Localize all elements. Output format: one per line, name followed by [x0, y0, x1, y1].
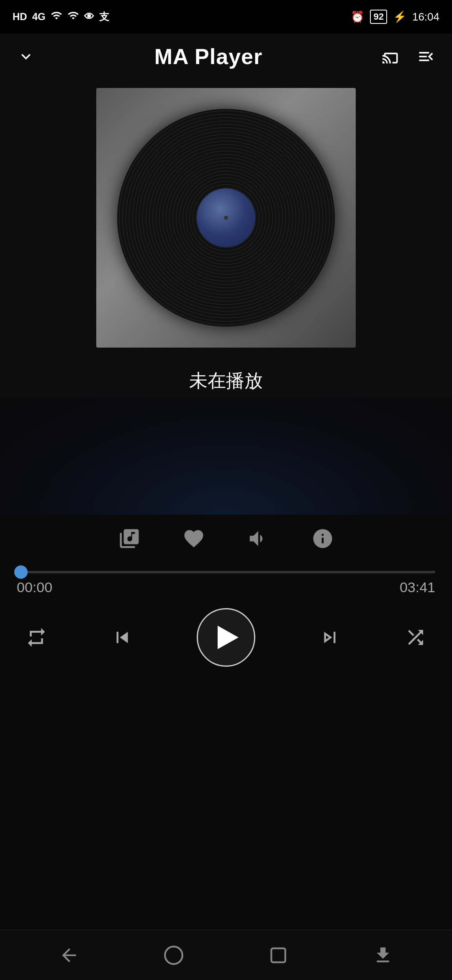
svg-point-0: [165, 946, 182, 964]
progress-thumb[interactable]: [14, 565, 28, 579]
vinyl-hole: [224, 216, 228, 220]
info-button[interactable]: [311, 527, 334, 550]
progress-bar[interactable]: [17, 571, 435, 573]
hd-label: HD: [13, 11, 27, 23]
control-icons-row: [0, 515, 452, 562]
navigation-bar: [0, 930, 452, 980]
cast-button[interactable]: [382, 47, 400, 66]
status-left-icons: HD 4G 👁 支: [13, 10, 109, 24]
nav-home-button[interactable]: [163, 945, 184, 966]
back-button[interactable]: [17, 47, 35, 66]
signal-icon: [51, 10, 62, 24]
album-art: [96, 88, 356, 348]
nav-back-button[interactable]: [59, 945, 80, 966]
album-art-container: [0, 80, 452, 356]
alarm-icon: ⏰: [351, 10, 364, 23]
repeat-button[interactable]: [25, 626, 48, 649]
prev-button[interactable]: [111, 626, 134, 649]
next-button[interactable]: [318, 626, 341, 649]
status-bar: HD 4G 👁 支 ⏰ 92 ⚡ 16:04: [0, 0, 452, 34]
network-label: 4G: [32, 11, 46, 23]
nav-recent-button[interactable]: [268, 945, 289, 966]
glow-area: [0, 397, 452, 515]
status-right-icons: ⏰ 92 ⚡ 16:04: [351, 10, 439, 24]
shuffle-button[interactable]: [404, 626, 427, 649]
svg-rect-1: [271, 948, 285, 962]
time-total: 03:41: [400, 579, 435, 596]
app-title: MA Player: [154, 44, 263, 69]
toolbar: MA Player: [0, 34, 452, 80]
progress-container: 00:00 03:41: [0, 562, 452, 596]
song-info: 未在播放: [0, 356, 452, 397]
time-labels: 00:00 03:41: [17, 573, 435, 596]
eye-icon: 👁: [84, 11, 94, 23]
vinyl-record: [117, 109, 335, 327]
battery-indicator: 92: [370, 10, 387, 24]
clock-label: 16:04: [412, 10, 439, 23]
time-current: 00:00: [17, 579, 52, 596]
music-note-button[interactable]: [118, 527, 141, 550]
play-button[interactable]: [197, 608, 255, 667]
menu-button[interactable]: [417, 47, 435, 66]
play-icon: [218, 626, 239, 649]
vinyl-center-label: [197, 188, 255, 247]
charging-icon: ⚡: [393, 10, 406, 23]
wifi-icon: [67, 10, 79, 24]
toolbar-actions: [382, 47, 435, 66]
volume-button[interactable]: [247, 527, 270, 550]
song-title: 未在播放: [17, 369, 435, 393]
nav-download-button[interactable]: [372, 945, 393, 966]
pay-icon: 支: [99, 10, 109, 23]
favorite-button[interactable]: [182, 527, 205, 550]
playback-controls: [0, 596, 452, 679]
